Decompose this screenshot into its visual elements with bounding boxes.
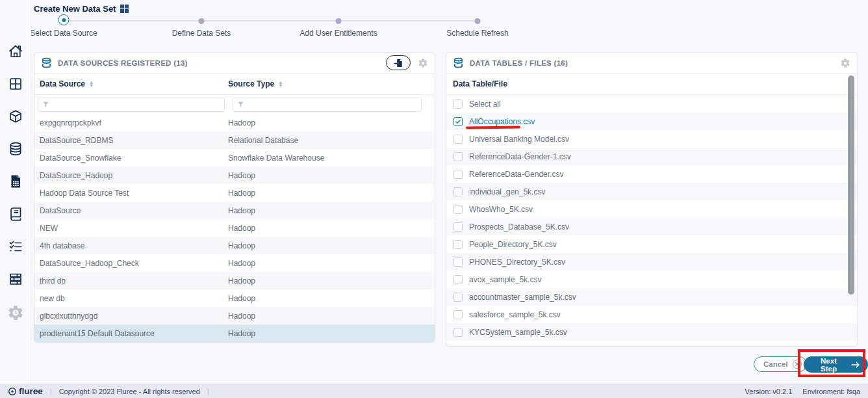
- book-icon: [8, 206, 23, 222]
- file-row[interactable]: accountmaster_sample_5k.csv: [446, 288, 857, 306]
- data-sources-settings-button[interactable]: [418, 58, 428, 68]
- data-sources-panel: DATA SOURCES REGISTERED (13) Data Source…: [34, 52, 435, 343]
- sidebar-item-settings[interactable]: [7, 304, 24, 321]
- column-label: Source Type: [228, 79, 274, 88]
- sidebar-item-tasks[interactable]: [7, 238, 24, 255]
- data-tables-panel-title: DATA TABLES / FILES (16): [470, 59, 568, 67]
- checkbox[interactable]: [453, 152, 463, 161]
- close-icon: ✕: [793, 360, 802, 369]
- scrollbar-thumb[interactable]: [848, 75, 854, 295]
- checkbox[interactable]: [453, 187, 463, 196]
- sidebar-item-files[interactable]: [7, 173, 24, 190]
- column-header-data-table-file: Data Table/File: [446, 73, 857, 95]
- checkbox[interactable]: [453, 222, 463, 232]
- home-icon: [8, 44, 23, 59]
- sidebar-item-catalog[interactable]: [7, 206, 24, 222]
- file-name: accountmaster_sample_5k.csv: [469, 293, 576, 302]
- source-type: Hadoop: [228, 118, 435, 127]
- checkbox[interactable]: [453, 170, 463, 179]
- checkbox[interactable]: [453, 293, 463, 302]
- data-sources-panel-title: DATA SOURCES REGISTERED (13): [58, 59, 188, 67]
- checkbox[interactable]: [453, 258, 463, 267]
- data-source-name: DataSource_Hadoop_Check: [34, 259, 228, 268]
- column-header-source-type[interactable]: Source Type ▲▼: [228, 79, 283, 88]
- file-name: PHONES_Directory_5K.csv: [469, 258, 565, 267]
- annotation-underline: [466, 126, 520, 129]
- checkbox[interactable]: [453, 205, 463, 214]
- source-type: Hadoop: [228, 171, 435, 180]
- divider: |: [50, 388, 52, 395]
- version-text: Version: v0.2.1: [745, 388, 793, 395]
- file-row[interactable]: individual_gen_5k.csv: [446, 183, 857, 200]
- sidebar-item-servers[interactable]: [7, 271, 24, 287]
- file-name: Universal Banking Model.csv: [469, 135, 569, 144]
- data-source-row[interactable]: glbcxlxutthnydgdHadoop: [34, 307, 435, 325]
- import-file-icon: [393, 58, 403, 68]
- copyright-text: Copyright © 2023 Fluree - All rights res…: [59, 388, 200, 395]
- checkbox[interactable]: [453, 310, 463, 319]
- data-source-name: DataSource_RDBMS: [34, 136, 228, 145]
- data-tables-settings-button[interactable]: [840, 58, 850, 68]
- environment-text: Environment: fsqa: [802, 388, 860, 395]
- file-row[interactable]: Prospects_Database_5K.csv: [446, 218, 857, 235]
- sidebar-item-datasets[interactable]: [7, 108, 24, 125]
- fluree-logo-icon: [8, 387, 17, 396]
- data-source-row[interactable]: expgqnrqrpckpkvfHadoop: [34, 114, 435, 131]
- select-all-row[interactable]: Select all: [446, 95, 857, 113]
- data-source-row[interactable]: DataSourceHadoop: [34, 202, 435, 219]
- data-source-row[interactable]: DataSource_HadoopHadoop: [34, 166, 435, 184]
- data-source-row[interactable]: new dbHadoop: [34, 289, 435, 307]
- file-row[interactable]: ReferenceData-Gender.csv: [446, 165, 857, 183]
- data-source-row[interactable]: DataSource_SnowflakeSnowflake Data Wareh…: [34, 149, 435, 166]
- file-row[interactable]: People_Directory_5K.csv: [446, 235, 857, 253]
- add-data-source-button[interactable]: [386, 55, 411, 70]
- data-source-row[interactable]: Hadoop Data Source TestHadoop: [34, 184, 435, 202]
- sidebar-item-datasources[interactable]: [7, 140, 24, 157]
- next-step-button[interactable]: Next Step: [804, 356, 868, 373]
- data-source-row[interactable]: prodtenant15 Default DatasourceHadoop: [34, 325, 435, 342]
- checkbox[interactable]: [453, 328, 463, 337]
- gear-icon: [840, 58, 850, 68]
- checkbox[interactable]: [453, 100, 463, 109]
- sidebar-item-dashboard[interactable]: [7, 75, 24, 92]
- file-list: Select allAllOccupations.csvUniversal Ba…: [446, 95, 857, 341]
- file-row[interactable]: AllOccupations.csv: [446, 113, 857, 130]
- source-type: Relational Database: [228, 136, 435, 145]
- column-label: Data Table/File: [453, 79, 507, 88]
- next-step-label: Next Step: [811, 357, 846, 373]
- step-label: Schedule Refresh: [446, 29, 508, 38]
- source-type: Hadoop: [228, 224, 435, 233]
- database-icon: [453, 57, 464, 68]
- file-row[interactable]: ReferenceData-Gender-1.csv: [446, 148, 857, 165]
- data-source-name: NEW: [34, 224, 228, 233]
- checkbox[interactable]: [453, 275, 463, 284]
- step-marker: [199, 16, 205, 24]
- checkbox[interactable]: [453, 240, 463, 249]
- arrow-right-icon: [851, 361, 860, 369]
- data-source-row[interactable]: third dbHadoop: [34, 272, 435, 289]
- divider: |: [207, 388, 209, 395]
- file-row[interactable]: Universal Banking Model.csv: [446, 130, 857, 148]
- data-source-row[interactable]: DataSource_RDBMSRelational Database: [34, 131, 435, 149]
- data-source-name: third db: [34, 276, 228, 285]
- file-row[interactable]: KYCSystem_sample_5k.csv: [446, 323, 857, 341]
- cube-icon: [8, 109, 23, 124]
- database-icon: [41, 57, 52, 68]
- checkbox[interactable]: [453, 135, 463, 144]
- file-row[interactable]: avox_sample_5k.csv: [446, 271, 857, 288]
- source-type: Hadoop: [228, 206, 435, 215]
- data-source-filter-input[interactable]: [53, 101, 220, 109]
- cancel-button[interactable]: Cancel ✕: [754, 356, 807, 372]
- column-header-data-source[interactable]: Data Source ▲▼: [34, 79, 228, 88]
- data-source-row[interactable]: DataSource_Hadoop_CheckHadoop: [34, 254, 435, 272]
- file-row[interactable]: WhosWho_5K.csv: [446, 200, 857, 218]
- file-name: Select all: [469, 100, 501, 109]
- data-source-row[interactable]: NEWHadoop: [34, 219, 435, 237]
- source-type-filter-input[interactable]: [248, 101, 417, 109]
- data-source-row[interactable]: 4th databaseHadoop: [34, 237, 435, 254]
- file-row[interactable]: salesforce_sample_5k.csv: [446, 306, 857, 323]
- checkbox-checked[interactable]: [453, 117, 463, 126]
- page-title-text: Create New Data Set: [34, 4, 116, 14]
- sidebar-item-home[interactable]: [7, 43, 24, 60]
- file-row[interactable]: PHONES_Directory_5K.csv: [446, 253, 857, 271]
